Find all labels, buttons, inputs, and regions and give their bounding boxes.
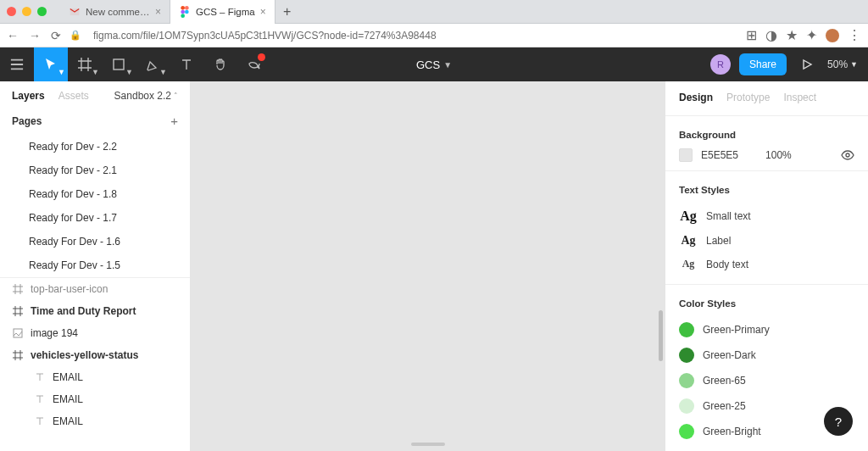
right-panel: Design Prototype Inspect Background E5E5…	[665, 81, 868, 451]
new-tab-button[interactable]: +	[275, 4, 299, 19]
page-item[interactable]: Ready For Dev - 1.5	[0, 253, 190, 277]
maximize-window-icon[interactable]	[37, 7, 47, 16]
tab-assets[interactable]: Assets	[58, 90, 89, 102]
page-item[interactable]: Ready for Dev - 1.8	[0, 182, 190, 206]
hand-tool[interactable]	[203, 47, 237, 81]
reload-icon[interactable]: ⟳	[51, 29, 61, 42]
color-swatch	[679, 398, 694, 414]
shape-tool[interactable]: ▼	[102, 47, 136, 81]
move-tool[interactable]: ▼	[34, 47, 68, 81]
gmail-icon	[69, 6, 81, 18]
tab-design[interactable]: Design	[679, 92, 713, 103]
tab-layers[interactable]: Layers	[12, 90, 45, 102]
svg-point-2	[181, 9, 185, 14]
tab-title: New comments on GCS – ruth	[86, 7, 150, 17]
back-icon[interactable]: ←	[7, 29, 19, 42]
page-list: Ready for Dev - 2.2 Ready for Dev - 2.1 …	[0, 135, 190, 277]
share-button[interactable]: Share	[739, 53, 787, 75]
tab-title: GCS – Figma	[196, 7, 255, 17]
frame-icon	[12, 305, 24, 317]
forward-icon[interactable]: →	[29, 29, 41, 42]
visibility-toggle-icon[interactable]	[841, 150, 854, 160]
extension-icon[interactable]: ⊞	[746, 27, 757, 43]
browser-tab-1[interactable]: GCS – Figma ×	[170, 0, 275, 24]
text-style-item[interactable]: AgLabel	[679, 229, 854, 253]
chevron-down-icon: ▼	[850, 60, 858, 69]
tab-prototype[interactable]: Prototype	[726, 92, 770, 103]
chevron-down-icon: ▼	[125, 68, 133, 76]
layer-row[interactable]: image 194	[0, 322, 190, 344]
layer-row[interactable]: EMAIL	[0, 388, 190, 410]
extension-icon[interactable]: ★	[786, 27, 798, 43]
scrollbar-horizontal[interactable]	[411, 443, 445, 446]
color-style-item[interactable]: Green-65	[679, 368, 854, 393]
layer-row[interactable]: vehicles-yellow-status	[0, 344, 190, 366]
text-tool[interactable]	[170, 47, 203, 81]
layer-row[interactable]: Time and Duty Report	[0, 300, 190, 322]
text-style-icon: Ag	[679, 209, 698, 224]
lock-icon: 🔒	[70, 30, 81, 41]
text-styles-section: Text Styles AgSmall text AgLabel AgBody …	[665, 176, 868, 279]
notification-badge	[258, 53, 265, 61]
browser-tabstrip: New comments on GCS – ruth × GCS – Figma…	[0, 0, 868, 24]
layer-row[interactable]: EMAIL	[0, 366, 190, 388]
tab-inspect[interactable]: Inspect	[783, 92, 816, 103]
add-page-button[interactable]: +	[170, 114, 178, 128]
color-swatch	[679, 322, 694, 337]
image-icon	[12, 327, 24, 339]
window-controls[interactable]	[7, 7, 47, 16]
svg-point-0	[181, 6, 185, 10]
url-field[interactable]: figma.com/file/1OM7Sypn3cUA5pC3t1HVWj/GC…	[93, 30, 737, 42]
color-hex[interactable]: E5E5E5	[701, 149, 738, 161]
text-icon	[34, 371, 46, 383]
layer-list: top-bar-user-icon Time and Duty Report i…	[0, 277, 190, 432]
text-style-icon: Ag	[679, 258, 698, 270]
zoom-control[interactable]: 50% ▼	[827, 58, 858, 70]
left-panel-tabs: Layers Assets Sandbox 2.2 ˄	[0, 81, 190, 107]
frame-icon	[12, 283, 24, 295]
present-button[interactable]	[795, 47, 819, 81]
opacity-value[interactable]: 100%	[765, 149, 792, 161]
page-selector[interactable]: Sandbox 2.2 ˄	[114, 90, 178, 102]
canvas[interactable]	[191, 81, 665, 451]
color-swatch[interactable]	[679, 148, 693, 162]
extension-icon[interactable]: ◑	[765, 27, 777, 43]
browser-menu-icon[interactable]: ⋮	[848, 27, 861, 43]
frame-tool[interactable]: ▼	[68, 47, 102, 81]
text-style-item[interactable]: AgSmall text	[679, 203, 854, 229]
close-tab-icon[interactable]: ×	[260, 6, 266, 18]
layer-row[interactable]: EMAIL	[0, 410, 190, 432]
color-style-item[interactable]: Green-Dark	[679, 342, 854, 368]
comment-tool[interactable]	[237, 47, 271, 81]
profile-avatar[interactable]	[826, 29, 839, 42]
layer-row[interactable]: top-bar-user-icon	[0, 278, 190, 300]
pages-heading: Pages +	[0, 107, 190, 135]
color-style-item[interactable]: Green-Primary	[679, 317, 854, 342]
chevron-up-icon: ˄	[174, 92, 178, 100]
chevron-down-icon: ▼	[159, 68, 167, 76]
chevron-down-icon: ▼	[58, 68, 65, 76]
close-tab-icon[interactable]: ×	[155, 6, 161, 18]
scrollbar-vertical[interactable]	[659, 310, 663, 361]
page-item[interactable]: Ready for Dev - 2.1	[0, 159, 190, 182]
text-style-item[interactable]: AgBody text	[679, 253, 854, 276]
svg-point-4	[181, 14, 185, 18]
color-swatch	[679, 373, 694, 388]
close-window-icon[interactable]	[7, 7, 16, 16]
figma-toolbar: ▼ ▼ ▼ ▼ GCS ▼ R Share 50% ▼	[0, 47, 868, 81]
extensions-menu-icon[interactable]: ✦	[806, 27, 817, 43]
help-button[interactable]: ?	[824, 407, 853, 436]
page-item[interactable]: Ready for Dev - 2.2	[0, 135, 190, 159]
page-item[interactable]: Ready For Dev - 1.6	[0, 230, 190, 253]
minimize-window-icon[interactable]	[22, 7, 31, 16]
document-title[interactable]: GCS ▼	[416, 58, 452, 71]
background-section: Background E5E5E5 100%	[665, 121, 868, 165]
collaborator-avatar[interactable]: R	[710, 54, 731, 75]
svg-rect-5	[114, 59, 124, 70]
color-swatch	[679, 424, 694, 439]
figma-icon	[179, 6, 191, 18]
browser-tab-0[interactable]: New comments on GCS – ruth ×	[60, 0, 170, 24]
main-menu-button[interactable]	[0, 47, 34, 81]
page-item[interactable]: Ready for Dev - 1.7	[0, 206, 190, 230]
pen-tool[interactable]: ▼	[136, 47, 170, 81]
